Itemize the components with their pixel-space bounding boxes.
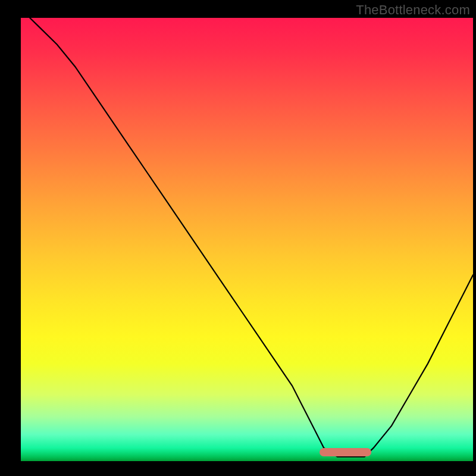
bottleneck-curve (30, 18, 473, 457)
watermark-text: TheBottleneck.com (356, 2, 470, 18)
curve-plot (21, 18, 473, 461)
fitted-region-marker (320, 448, 371, 456)
chart-frame: TheBottleneck.com (0, 0, 476, 476)
